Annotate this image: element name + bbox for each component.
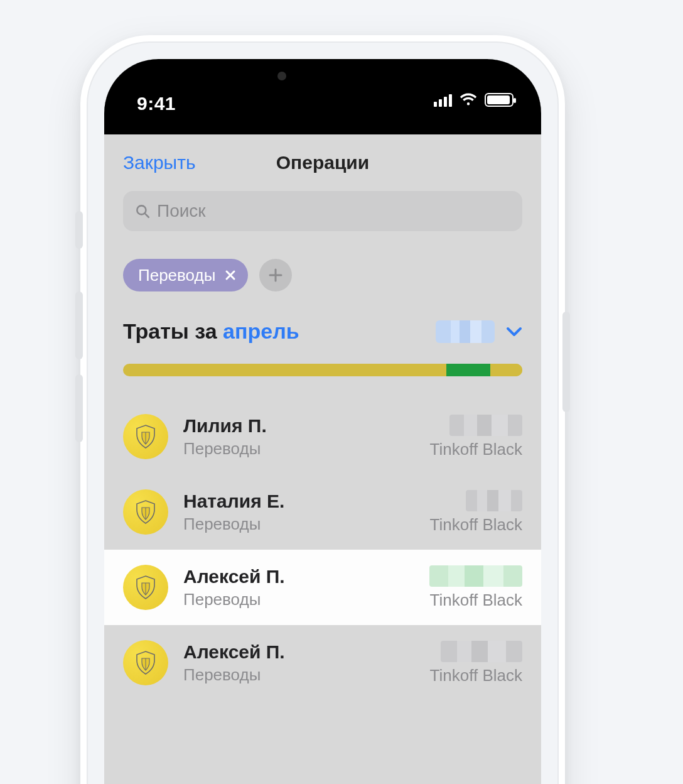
- phone-frame: 9:41: [80, 35, 565, 784]
- transaction-row[interactable]: Лилия П. Переводы Tinkoff Black: [104, 399, 541, 474]
- transaction-name: Алексей П.: [183, 641, 415, 663]
- progress-segment-green: [446, 364, 490, 376]
- page-title: Операции: [276, 152, 369, 173]
- transaction-account: Tinkoff Black: [430, 666, 522, 685]
- transaction-account: Tinkoff Black: [430, 515, 522, 535]
- chip-close-icon[interactable]: [223, 268, 238, 283]
- transaction-main: Алексей П. Переводы: [183, 566, 414, 609]
- phone-notch: [216, 59, 429, 101]
- battery-icon: [485, 93, 514, 107]
- transaction-category: Переводы: [183, 665, 415, 685]
- bank-logo-icon: [123, 489, 168, 535]
- front-camera-icon: [277, 72, 286, 80]
- spending-progress-bar: [123, 364, 522, 376]
- phone-inner-frame: 9:41: [87, 41, 559, 784]
- transaction-right: Tinkoff Black: [430, 415, 522, 459]
- bank-logo-icon: [123, 565, 168, 610]
- bank-logo-icon: [123, 640, 168, 685]
- transaction-main: Алексей П. Переводы: [183, 641, 415, 685]
- search-input[interactable]: [157, 201, 511, 221]
- cellular-signal-icon: [434, 93, 452, 107]
- svg-line-1: [145, 214, 149, 217]
- search-field[interactable]: [123, 191, 522, 231]
- transaction-amount-redacted: [441, 641, 522, 662]
- transaction-right: Tinkoff Black: [430, 641, 522, 685]
- transaction-name: Наталия Е.: [183, 491, 415, 512]
- transaction-amount-redacted: [429, 565, 522, 587]
- canvas: 9:41: [0, 0, 683, 784]
- transaction-account: Tinkoff Black: [430, 591, 522, 610]
- nav-bar: Закрыть Операции: [104, 134, 541, 191]
- side-button-volume-down: [75, 374, 83, 442]
- spending-header: Траты за апрель: [104, 291, 541, 344]
- spending-title: Траты за апрель: [123, 319, 299, 344]
- side-button-volume-up: [75, 291, 83, 359]
- transaction-row[interactable]: Алексей П. Переводы Tinkoff Black: [104, 550, 541, 625]
- spending-month[interactable]: апрель: [223, 319, 299, 343]
- phone-screen: 9:41: [104, 59, 541, 784]
- filter-chip-label: Переводы: [138, 266, 215, 285]
- transaction-main: Наталия Е. Переводы: [183, 491, 415, 534]
- transaction-amount-redacted: [449, 415, 522, 436]
- transaction-right: Tinkoff Black: [429, 565, 522, 610]
- progress-segment-tail: [490, 364, 522, 376]
- chevron-down-icon[interactable]: [506, 327, 522, 337]
- status-icons: [434, 93, 514, 107]
- transaction-category: Переводы: [183, 514, 415, 534]
- bank-logo-icon: [123, 414, 168, 459]
- filter-chips: Переводы: [104, 244, 541, 291]
- phone-bezel: 9:41: [104, 59, 541, 784]
- transaction-row[interactable]: Алексей П. Переводы Tinkoff Black: [104, 625, 541, 700]
- filter-chip-transfers[interactable]: Переводы: [123, 259, 248, 291]
- transaction-list: Лилия П. Переводы Tinkoff Black Наталия …: [104, 399, 541, 700]
- add-filter-button[interactable]: [259, 259, 292, 291]
- transaction-main: Лилия П. Переводы: [183, 415, 415, 459]
- wifi-icon: [460, 93, 477, 107]
- transaction-right: Tinkoff Black: [430, 490, 522, 535]
- spending-prefix: Траты за: [123, 319, 223, 343]
- spending-amount-wrap[interactable]: [436, 320, 522, 343]
- app-content: Закрыть Операции: [104, 134, 541, 784]
- status-time: 9:41: [137, 93, 176, 114]
- transaction-category: Переводы: [183, 439, 415, 459]
- transaction-row[interactable]: Наталия Е. Переводы Tinkoff Black: [104, 474, 541, 550]
- transaction-account: Tinkoff Black: [430, 440, 522, 459]
- spending-amount-redacted: [436, 320, 495, 343]
- close-button[interactable]: Закрыть: [123, 152, 196, 173]
- transaction-name: Алексей П.: [183, 566, 414, 587]
- transaction-name: Лилия П.: [183, 415, 415, 437]
- side-button-silence: [75, 211, 83, 249]
- transaction-category: Переводы: [183, 590, 414, 609]
- side-button-power: [562, 312, 570, 412]
- transaction-amount-redacted: [466, 490, 522, 511]
- search-wrap: [104, 191, 541, 244]
- search-icon: [134, 203, 151, 219]
